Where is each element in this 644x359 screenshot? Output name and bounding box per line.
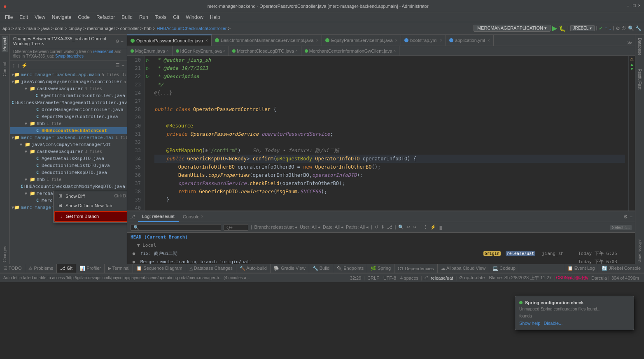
tab-git-bottom[interactable]: ⎇ Git [57, 264, 76, 273]
tree-toolbar-icon2[interactable]: ↓ [17, 62, 20, 69]
git-commit-row-2[interactable]: ● Merge remote-tracking branch 'origin/u… [127, 257, 635, 264]
tab-close-1[interactable]: × [205, 38, 208, 43]
tab-merchantcloselog[interactable]: MerchantCloseLogDTO.java × [229, 46, 301, 56]
tab2-close-1[interactable]: × [166, 49, 169, 53]
notif-disable[interactable]: Disable... [544, 321, 562, 326]
tab-spring[interactable]: 🌿 Spring [367, 264, 394, 273]
tab-idgenkeyenum[interactable]: IdGenKeyEnum.java × [173, 46, 229, 56]
tab-close-2[interactable]: × [316, 38, 318, 43]
git-settings-icon[interactable]: ⚙ [623, 214, 628, 220]
tree-item[interactable]: ▼ 📁 merc-manager-backend.app.main 5 file… [10, 71, 127, 78]
tab-bootstrap[interactable]: bootstrap.yml × [401, 35, 446, 46]
context-menu-item-showdiff[interactable]: ⊞ Show Diff Ctrl+D [54, 191, 127, 201]
git-columns-icon[interactable]: ||| [439, 225, 442, 230]
git-select-commit[interactable]: Select c... [610, 225, 632, 230]
git-log-row[interactable]: HEAD (Current Branch) [127, 233, 635, 241]
console-tab[interactable]: Console × [179, 211, 208, 222]
close-btn[interactable]: × [638, 3, 641, 9]
tab-build[interactable]: 🔧 Build [309, 264, 334, 273]
tab-jrebelconsole[interactable]: 🔄 JRebel Console [598, 264, 644, 273]
tab-msgenum[interactable]: MsgEnum.java × [127, 46, 173, 56]
tab-operatorpasswordcontroller[interactable]: OperatorPasswordController.java × [127, 35, 212, 46]
git-search2-icon[interactable]: 🔍 [398, 225, 404, 230]
status-crlf[interactable]: CRLF [366, 276, 381, 280]
tab-equityparams[interactable]: EquityParamsServiceImpl.java × [322, 35, 401, 46]
git-log-tab[interactable]: Log: release/uat [138, 211, 179, 222]
menu-view[interactable]: View [31, 14, 49, 21]
tab2-close-2[interactable]: × [223, 49, 226, 53]
date-filter[interactable]: Date: All ◂ [323, 225, 343, 230]
tab-todo[interactable]: ☑ TODO [0, 264, 25, 273]
status-memory[interactable]: 304 of 4096m [610, 276, 641, 280]
commit-tab-icon[interactable]: Commit [2, 60, 8, 78]
debug-btn[interactable]: 🐛 [559, 25, 566, 32]
tab-codeup[interactable]: 💻 Codeup [489, 264, 519, 273]
context-menu-item-getfrombranch[interactable]: ↓ Get from Branch [54, 211, 127, 222]
tab-autobuild[interactable]: 🔨 Auto-build [236, 264, 271, 273]
tree-item[interactable]: C DeductionTimeRspDTO.java [10, 169, 127, 176]
changes-tab-icon[interactable]: Changes [2, 244, 8, 264]
git-filter-icon[interactable]: ⚡ [430, 225, 436, 230]
tree-toolbar-icon1[interactable]: ↕ [12, 62, 15, 69]
tab-problems[interactable]: ⚠ Problems [25, 264, 57, 273]
changes-settings-icon[interactable]: ⚙ [115, 39, 119, 44]
git-pull[interactable]: ↓ [609, 25, 611, 31]
menu-build[interactable]: Build [118, 14, 136, 21]
git-more-icon[interactable]: ⋮⋮ [419, 225, 428, 230]
tab-application[interactable]: application.yml × [446, 35, 494, 46]
tab-terminal[interactable]: ▶ Terminal [105, 264, 133, 273]
run-config-dropdown[interactable]: MERCMANAGERAPPLICATION ▾ [474, 25, 551, 32]
database-tab[interactable]: Database [637, 36, 643, 57]
code-editor[interactable]: 20 21 22 23 24 27 28 29 30 31 32 33 34 3… [127, 56, 635, 211]
menu-help[interactable]: Help [207, 14, 224, 21]
paths-filter[interactable]: Paths: All ◂ [346, 225, 369, 230]
status-spaces[interactable]: 4 spaces [399, 276, 420, 280]
menu-code[interactable]: Code [75, 14, 93, 21]
tree-item[interactable]: C AgentInformationController.java [10, 92, 127, 99]
menu-git[interactable]: Git [170, 14, 182, 21]
git-branch-icon[interactable]: ⎇ [387, 225, 392, 230]
tab-eventlog[interactable]: 📋 Event Log [564, 264, 598, 273]
tree-item[interactable]: ▼ 📁 hhb 1 file [10, 120, 127, 127]
tree-item[interactable]: C DeductionTimeListDTO.java [10, 162, 127, 169]
context-menu-item-showdiff-newtab[interactable]: ⊟ Show Diff in a New Tab [54, 201, 127, 210]
tab2-close-4[interactable]: × [394, 49, 396, 53]
menu-edit[interactable]: Edit [16, 14, 31, 21]
git-filter-input[interactable] [224, 224, 248, 231]
tree-item[interactable]: C HHBAccountCheckBatchModifyReqDTO.java [10, 183, 127, 190]
tab-dbchanges[interactable]: △ Database Changes [186, 264, 236, 273]
tree-item[interactable]: C OrderManagementController.java [10, 106, 127, 113]
tree-item[interactable]: ▼ 📁 merc-manager-backend.interface.mai 1… [10, 134, 127, 141]
menu-file[interactable]: File [2, 14, 16, 21]
tree-item[interactable]: C ReportManagerController.java [10, 113, 127, 120]
tree-expand-icon[interactable]: ☰ [115, 63, 120, 68]
tab-close-3[interactable]: × [395, 38, 398, 43]
tree-item[interactable]: ▼ 📁 cashsweepacquirer 4 files [10, 85, 127, 92]
tree-item[interactable]: ▼ 📁 java\com\cmpay\mercmanager\dt [10, 141, 127, 148]
tab-endpoints[interactable]: 🔌 Endpoints [333, 264, 367, 273]
tab-close-5[interactable]: × [488, 38, 490, 43]
menu-window[interactable]: Window [182, 14, 207, 21]
git-minimize-icon[interactable]: − [630, 214, 632, 220]
menu-refactor[interactable]: Refactor [93, 14, 118, 21]
status-encoding[interactable]: UTF-8 [382, 276, 398, 280]
git-undo-icon[interactable]: ↩ [406, 225, 410, 230]
menu-tools[interactable]: Tools [152, 14, 170, 21]
minimize-btn[interactable]: － [626, 3, 630, 9]
changes-branch-link[interactable]: release/uat [93, 49, 113, 54]
project-tab-icon[interactable]: Project [2, 36, 8, 52]
tab-basicinfo[interactable]: BasicInformationMaintenanceServiceImpl.j… [212, 35, 322, 46]
git-push[interactable]: ↑ [604, 25, 607, 31]
context-menu[interactable]: ⊞ Show Diff Ctrl+D ⊟ Show Diff in a New … [53, 191, 127, 223]
git-refresh-icon[interactable]: ↺ [375, 225, 378, 230]
tab-gradleview[interactable]: 🐘 Gradle View [271, 264, 309, 273]
restore-btn[interactable]: □ [633, 3, 636, 9]
git-search-input[interactable] [131, 224, 221, 231]
git-local-row[interactable]: ▼ Local [127, 241, 635, 249]
run-btn[interactable]: ▶ [552, 24, 557, 32]
changes-swap-link[interactable]: Swap branches [55, 54, 84, 58]
restfulfast-tab[interactable]: RestfulFast [637, 67, 643, 91]
changes-close-icon[interactable]: − [121, 39, 124, 44]
tree-item[interactable]: ▼ 📁 hhb 1 file [10, 176, 127, 183]
status-branch[interactable]: release/uat [429, 276, 455, 280]
